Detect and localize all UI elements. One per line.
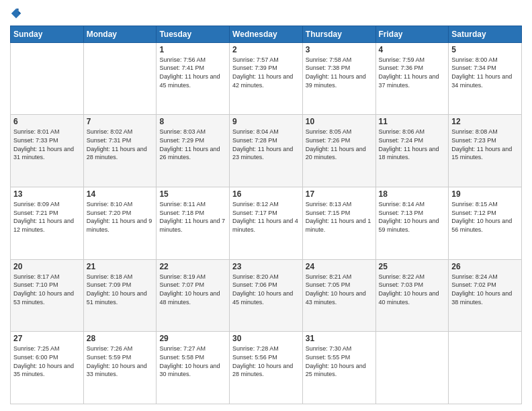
daylight-text: Daylight: 10 hours and 38 minutes. [451,290,512,306]
cell-info: Sunrise: 8:24 AM Sunset: 7:02 PM Dayligh… [451,273,519,306]
daylight-text: Daylight: 11 hours and 37 minutes. [379,73,439,89]
calendar-cell: 7 Sunrise: 8:02 AM Sunset: 7:31 PM Dayli… [83,115,157,187]
calendar-cell [375,332,449,404]
sunset-text: Sunset: 7:17 PM [232,210,277,216]
calendar-cell: 30 Sunrise: 7:28 AM Sunset: 5:56 PM Dayl… [230,332,303,404]
cell-info: Sunrise: 7:57 AM Sunset: 7:39 PM Dayligh… [232,56,300,89]
calendar-cell: 10 Sunrise: 8:05 AM Sunset: 7:26 PM Dayl… [302,115,375,187]
daylight-text: Daylight: 11 hours and 18 minutes. [379,146,439,161]
cell-info: Sunrise: 8:22 AM Sunset: 7:03 PM Dayligh… [379,273,446,306]
sunset-text: Sunset: 7:36 PM [379,64,424,71]
daylight-text: Daylight: 10 hours and 30 minutes. [159,363,220,378]
cell-info: Sunrise: 8:02 AM Sunset: 7:31 PM Dayligh… [87,128,154,161]
calendar-cell: 28 Sunrise: 7:26 AM Sunset: 5:59 PM Dayl… [83,332,157,404]
sunrise-text: Sunrise: 8:06 AM [379,128,425,135]
sunset-text: Sunset: 7:15 PM [306,210,351,216]
logo-icon [10,7,22,19]
day-number: 2 [232,45,300,54]
cell-info: Sunrise: 8:17 AM Sunset: 7:10 PM Dayligh… [13,273,81,306]
cell-info: Sunrise: 8:09 AM Sunset: 7:21 PM Dayligh… [13,200,81,234]
sunrise-text: Sunrise: 8:01 AM [13,128,60,135]
calendar-cell: 1 Sunrise: 7:56 AM Sunset: 7:41 PM Dayli… [157,42,230,115]
sunrise-text: Sunrise: 7:28 AM [232,345,279,352]
day-number: 19 [451,189,519,199]
calendar-cell: 31 Sunrise: 7:30 AM Sunset: 5:55 PM Dayl… [302,332,375,404]
calendar-header-friday: Friday [375,26,449,42]
cell-info: Sunrise: 7:30 AM Sunset: 5:55 PM Dayligh… [306,345,373,378]
calendar-cell: 9 Sunrise: 8:04 AM Sunset: 7:28 PM Dayli… [230,115,303,187]
sunset-text: Sunset: 7:06 PM [232,281,277,288]
sunset-text: Sunset: 7:34 PM [451,64,496,71]
sunset-text: Sunset: 7:33 PM [13,137,58,144]
calendar-cell: 22 Sunrise: 8:19 AM Sunset: 7:07 PM Dayl… [157,259,230,332]
sunrise-text: Sunrise: 8:13 AM [306,201,352,208]
calendar-cell [11,42,84,115]
cell-info: Sunrise: 7:25 AM Sunset: 6:00 PM Dayligh… [13,345,81,378]
day-number: 26 [451,262,519,271]
sunset-text: Sunset: 7:23 PM [451,137,496,144]
sunrise-text: Sunrise: 8:08 AM [451,128,498,135]
cell-info: Sunrise: 8:13 AM Sunset: 7:15 PM Dayligh… [306,200,373,234]
sunrise-text: Sunrise: 8:09 AM [13,201,60,208]
calendar-cell: 16 Sunrise: 8:12 AM Sunset: 7:17 PM Dayl… [230,187,303,260]
daylight-text: Daylight: 11 hours and 34 minutes. [451,73,512,89]
calendar-cell: 21 Sunrise: 8:18 AM Sunset: 7:09 PM Dayl… [83,259,157,332]
daylight-text: Daylight: 10 hours and 48 minutes. [159,290,220,306]
calendar-header-wednesday: Wednesday [230,26,303,42]
cell-info: Sunrise: 8:21 AM Sunset: 7:05 PM Dayligh… [306,273,373,306]
day-number: 10 [306,117,373,126]
cell-info: Sunrise: 8:11 AM Sunset: 7:18 PM Dayligh… [159,200,226,234]
sunset-text: Sunset: 7:28 PM [232,137,277,144]
calendar-cell [449,332,522,404]
sunrise-text: Sunrise: 7:26 AM [87,345,133,352]
daylight-text: Daylight: 11 hours and 45 minutes. [159,73,220,89]
calendar-body: 1 Sunrise: 7:56 AM Sunset: 7:41 PM Dayli… [11,42,522,404]
calendar-cell: 20 Sunrise: 8:17 AM Sunset: 7:10 PM Dayl… [11,259,84,332]
calendar-table: SundayMondayTuesdayWednesdayThursdayFrid… [10,26,522,404]
calendar-cell: 24 Sunrise: 8:21 AM Sunset: 7:05 PM Dayl… [302,259,375,332]
calendar-cell: 19 Sunrise: 8:15 AM Sunset: 7:12 PM Dayl… [449,187,522,260]
cell-info: Sunrise: 7:59 AM Sunset: 7:36 PM Dayligh… [379,56,446,89]
calendar-cell: 3 Sunrise: 7:58 AM Sunset: 7:38 PM Dayli… [302,42,375,115]
sunrise-text: Sunrise: 8:00 AM [451,56,498,63]
sunset-text: Sunset: 7:39 PM [232,64,277,71]
sunset-text: Sunset: 7:38 PM [306,64,351,71]
daylight-text: Daylight: 11 hours and 42 minutes. [232,73,293,89]
calendar-header-saturday: Saturday [449,26,522,42]
calendar-cell [83,42,157,115]
sunset-text: Sunset: 7:12 PM [451,210,496,216]
daylight-text: Daylight: 10 hours and 43 minutes. [306,290,366,306]
sunset-text: Sunset: 7:05 PM [306,281,351,288]
daylight-text: Daylight: 11 hours and 15 minutes. [451,146,512,161]
calendar-week-5: 27 Sunrise: 7:25 AM Sunset: 6:00 PM Dayl… [11,332,522,404]
day-number: 16 [232,189,300,199]
calendar-cell: 5 Sunrise: 8:00 AM Sunset: 7:34 PM Dayli… [449,42,522,115]
sunset-text: Sunset: 7:21 PM [13,210,58,216]
sunrise-text: Sunrise: 8:22 AM [379,273,425,280]
sunset-text: Sunset: 5:59 PM [87,354,132,361]
sunrise-text: Sunrise: 7:59 AM [379,56,425,63]
calendar-header-thursday: Thursday [302,26,375,42]
sunset-text: Sunset: 7:18 PM [159,210,204,216]
daylight-text: Daylight: 11 hours and 1 minute. [306,218,371,233]
daylight-text: Daylight: 11 hours and 26 minutes. [159,146,220,161]
cell-info: Sunrise: 8:14 AM Sunset: 7:13 PM Dayligh… [379,200,446,234]
cell-info: Sunrise: 7:58 AM Sunset: 7:38 PM Dayligh… [306,56,373,89]
cell-info: Sunrise: 8:10 AM Sunset: 7:20 PM Dayligh… [87,200,154,234]
calendar-cell: 13 Sunrise: 8:09 AM Sunset: 7:21 PM Dayl… [11,187,84,260]
cell-info: Sunrise: 8:18 AM Sunset: 7:09 PM Dayligh… [87,273,154,306]
cell-info: Sunrise: 8:04 AM Sunset: 7:28 PM Dayligh… [232,128,300,161]
calendar-cell: 29 Sunrise: 7:27 AM Sunset: 5:58 PM Dayl… [157,332,230,404]
day-number: 29 [159,334,226,343]
sunrise-text: Sunrise: 8:15 AM [451,201,498,208]
sunrise-text: Sunrise: 8:12 AM [232,201,279,208]
day-number: 25 [379,262,446,271]
calendar-week-4: 20 Sunrise: 8:17 AM Sunset: 7:10 PM Dayl… [11,259,522,332]
sunset-text: Sunset: 7:41 PM [159,64,204,71]
sunset-text: Sunset: 7:20 PM [87,210,132,216]
calendar-cell: 25 Sunrise: 8:22 AM Sunset: 7:03 PM Dayl… [375,259,449,332]
daylight-text: Daylight: 11 hours and 28 minutes. [87,146,147,161]
sunset-text: Sunset: 7:13 PM [379,210,424,216]
calendar-cell: 26 Sunrise: 8:24 AM Sunset: 7:02 PM Dayl… [449,259,522,332]
cell-info: Sunrise: 8:15 AM Sunset: 7:12 PM Dayligh… [451,200,519,234]
